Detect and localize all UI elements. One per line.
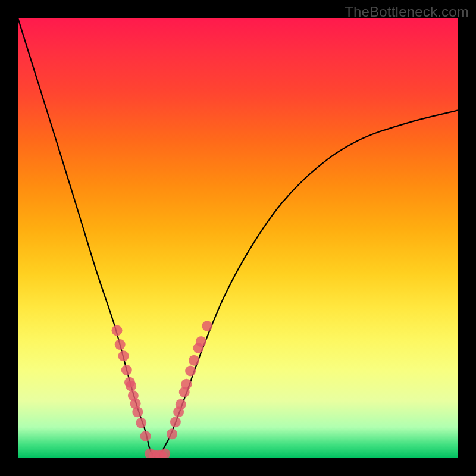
scatter-points (112, 321, 213, 458)
data-point (136, 418, 146, 428)
data-point (202, 321, 212, 331)
data-point (181, 379, 192, 390)
data-point (112, 325, 123, 336)
watermark-text: TheBottleneck.com (345, 4, 469, 20)
data-point (159, 449, 170, 458)
data-point (185, 365, 196, 376)
data-point (121, 365, 132, 375)
data-point (126, 381, 136, 392)
data-point (140, 431, 151, 441)
scatter-layer (18, 18, 458, 458)
data-point (167, 428, 177, 439)
data-point (118, 350, 129, 361)
data-point (196, 336, 206, 347)
data-point (132, 406, 143, 417)
data-point (170, 416, 181, 427)
data-point (176, 399, 186, 410)
chart-frame: TheBottleneck.com (0, 0, 476, 476)
data-point (189, 355, 199, 366)
plot-area (18, 18, 458, 458)
data-point (115, 339, 126, 350)
